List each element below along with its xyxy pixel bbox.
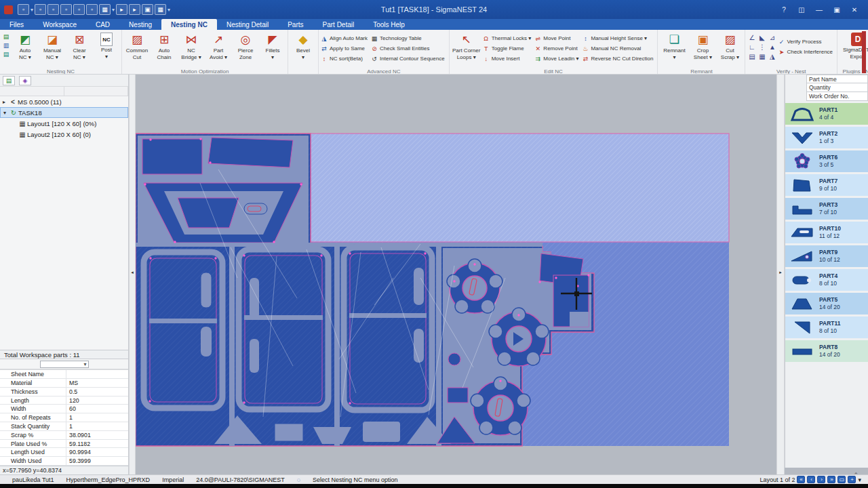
- part-corner-loops-button[interactable]: ↖ Part Corner Loops ▾: [451, 31, 482, 61]
- first-layout-button[interactable]: «: [797, 476, 805, 483]
- header-work-order[interactable]: Work Order No.: [806, 92, 868, 101]
- mini-workspace-icon[interactable]: ▤: [2, 33, 10, 41]
- tab-workspace[interactable]: Workspace: [33, 19, 86, 30]
- internal-contour-sequence-button[interactable]: ↺ Internal Contour Sequence: [370, 54, 448, 64]
- check-interference-button[interactable]: ➤ Check Interference: [777, 47, 835, 57]
- move-point-button[interactable]: ⇌ Move Point: [534, 33, 581, 43]
- sheet-selector-dropdown[interactable]: ▾: [40, 361, 89, 368]
- qa-icon-10[interactable]: ▣: [142, 4, 153, 15]
- thermal-locks-button[interactable]: Ω Thermal Locks ▾: [482, 33, 534, 43]
- measure-corner-icon[interactable]: ◣: [757, 34, 767, 43]
- restore-button[interactable]: ▣: [829, 3, 845, 16]
- part-row-part11[interactable]: PART118 of 10: [785, 317, 868, 338]
- qa-dropdown-icon[interactable]: ▾: [30, 7, 34, 13]
- toggle-flame-button[interactable]: T Toggle Flame: [482, 43, 534, 54]
- tab-tools-help[interactable]: Tools Help: [363, 19, 414, 30]
- tab-parts[interactable]: Parts: [278, 19, 313, 30]
- measure-table-icon[interactable]: ▦: [757, 53, 767, 62]
- qa-icon-7[interactable]: ▦: [99, 4, 111, 15]
- measure-area-icon[interactable]: ▲: [767, 43, 777, 53]
- part-row-part4[interactable]: PART48 of 10: [785, 269, 868, 291]
- next-layout-button[interactable]: ›: [817, 476, 825, 483]
- last-layout-button[interactable]: »: [827, 476, 835, 483]
- verify-process-button[interactable]: ✓ Verify Process: [777, 37, 835, 47]
- fillets-button[interactable]: ◤ Fillets ▾: [259, 31, 286, 61]
- nc-sort-beta-button[interactable]: ↕ NC sort(Beta): [320, 54, 370, 64]
- tree-header-cell-1[interactable]: [0, 87, 64, 96]
- nc-bridge-button[interactable]: ⋈ NC Bridge ▾: [178, 31, 205, 61]
- part-row-part10[interactable]: PART1011 of 12: [785, 222, 868, 243]
- pager-more-icon[interactable]: ▾: [858, 476, 861, 483]
- prev-layout-button[interactable]: ‹: [807, 476, 815, 483]
- qa-icon-3[interactable]: ▫: [47, 4, 59, 15]
- part-row-part9[interactable]: PART910 of 12: [785, 245, 868, 267]
- qa-icon-11[interactable]: ▦: [155, 4, 166, 15]
- mini-layout-icon[interactable]: ▤: [2, 51, 10, 58]
- tab-nesting[interactable]: Nesting: [119, 19, 161, 30]
- manual-nc-button[interactable]: ◪ Manual NC ▾: [39, 31, 66, 61]
- status-search-icon[interactable]: ◌: [297, 476, 300, 483]
- tab-part-detail[interactable]: Part Detail: [313, 19, 364, 30]
- qa-icon-5[interactable]: ▫: [73, 4, 85, 15]
- measure-slope-icon[interactable]: ◮: [767, 53, 777, 62]
- qa-icon-1[interactable]: ▫: [18, 4, 29, 15]
- align-auto-mark-button[interactable]: ◮ Align Auto Mark: [320, 33, 370, 43]
- cut-scrap-button[interactable]: ▨ Cut Scrap ▾: [716, 31, 743, 61]
- qa-icon-4[interactable]: ▫: [60, 4, 72, 15]
- collapse-right-panel-icon[interactable]: ▸: [777, 270, 784, 275]
- parts-library-tab[interactable]: ◈: [19, 76, 31, 85]
- tree-item-material[interactable]: ▸ < MS 0.5000 (11): [0, 96, 128, 107]
- clear-nc-button[interactable]: ⊠ Clear NC ▾: [66, 31, 93, 61]
- left-splitter[interactable]: ◂: [129, 75, 136, 474]
- remove-point-button[interactable]: ✕ Remove Point: [534, 43, 581, 54]
- ribbon-options-button[interactable]: ◫: [793, 3, 810, 16]
- layout-list-button[interactable]: ▭: [837, 476, 846, 483]
- measure-points-icon[interactable]: ⋮: [757, 43, 767, 53]
- part-row-part5[interactable]: PART514 of 20: [785, 293, 868, 314]
- technology-table-button[interactable]: ▦ Technology Table: [370, 33, 448, 43]
- mini-sheet-icon[interactable]: ▥: [2, 42, 10, 49]
- qa-icon-2[interactable]: ▫: [35, 4, 46, 15]
- tab-cad[interactable]: CAD: [86, 19, 119, 30]
- tree-item-layout2[interactable]: ▦ Layout2 [120 X 60] (0): [0, 129, 128, 140]
- qa-icon-9[interactable]: ▸: [129, 4, 140, 15]
- measure-grid-icon[interactable]: ▤: [747, 53, 757, 62]
- collapse-left-panel-icon[interactable]: ◂: [130, 270, 135, 275]
- measure-right-angle-icon[interactable]: ∟: [747, 43, 757, 53]
- tree-item-task[interactable]: ▾ ↻ TASK18: [0, 107, 128, 118]
- tree-header-cell-2[interactable]: [64, 87, 129, 96]
- workspace-tree-tab[interactable]: ▤: [3, 76, 15, 85]
- move-insert-button[interactable]: ↓ Move Insert: [482, 54, 534, 64]
- part-avoid-button[interactable]: ↗ Part Avoid ▾: [205, 31, 232, 61]
- part-row-part7[interactable]: PART79 of 10: [785, 174, 868, 196]
- tree-item-layout1[interactable]: ▦ Layout1 [120 X 60] (0%): [0, 118, 128, 129]
- check-small-entities-button[interactable]: ⊘ Check Small Entities: [370, 43, 448, 54]
- qa-icon-8[interactable]: ▸: [116, 4, 127, 15]
- common-cut-button[interactable]: ▨ Common Cut: [123, 31, 151, 61]
- bevel-button[interactable]: ◆ Bevel ▾: [290, 31, 317, 61]
- measure-triangle-icon[interactable]: ⊿: [767, 34, 777, 43]
- move-leadin-button[interactable]: ⇉ Move Leadin ▾: [534, 54, 581, 64]
- reverse-nc-cut-direction-button[interactable]: ⇄ Reverse NC Cut Direction: [581, 54, 656, 64]
- part-row-part6[interactable]: PART63 of 5: [785, 150, 868, 172]
- tab-files[interactable]: Files: [0, 19, 33, 30]
- manual-nc-removal-button[interactable]: ♨ Manual NC Removal: [581, 43, 656, 54]
- tab-nesting-nc[interactable]: Nesting NC: [161, 19, 217, 30]
- qa-icon-6[interactable]: ▫: [86, 4, 98, 15]
- qa-dropdown-icon-3[interactable]: ▾: [167, 7, 171, 13]
- minimize-button[interactable]: —: [811, 3, 827, 16]
- manual-height-sense-button[interactable]: ↕ Manual Height Sense ▾: [581, 33, 656, 43]
- close-button[interactable]: ✕: [846, 3, 863, 16]
- measure-angle-icon[interactable]: ∠: [747, 34, 757, 43]
- tab-nesting-detail[interactable]: Nesting Detail: [217, 19, 278, 30]
- add-layout-button[interactable]: +: [848, 476, 856, 483]
- part-row-part2[interactable]: PART21 of 3: [785, 127, 868, 148]
- qa-dropdown-icon-2[interactable]: ▾: [111, 7, 115, 13]
- header-part-name[interactable]: Part Name: [806, 75, 868, 83]
- remnant-button[interactable]: ❏ Remnant ▾: [659, 31, 689, 61]
- right-splitter[interactable]: ▸: [776, 75, 785, 474]
- auto-nc-button[interactable]: ◩ Auto NC ▾: [12, 31, 39, 61]
- pierce-zone-button[interactable]: ◎ Pierce Zone: [232, 31, 259, 61]
- post-button[interactable]: NC Post ▾: [93, 31, 120, 60]
- part-row-part8[interactable]: PART814 of 20: [785, 340, 868, 362]
